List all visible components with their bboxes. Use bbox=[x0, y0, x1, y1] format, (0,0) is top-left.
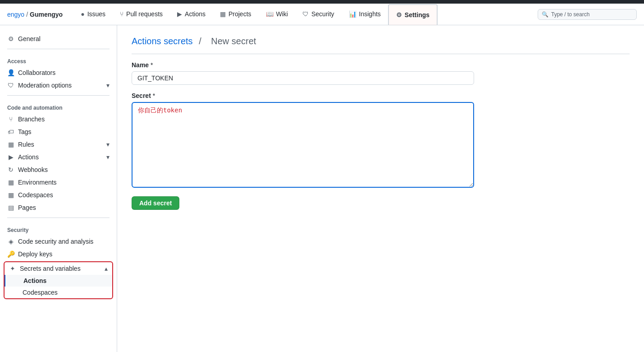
insights-icon: 📊 bbox=[349, 10, 356, 18]
sidebar-item-environments[interactable]: ▦ Environments bbox=[0, 176, 117, 189]
actions-chevron-down-icon: ▾ bbox=[106, 153, 110, 161]
main-content: Actions secrets / New secret Name * Secr… bbox=[117, 25, 644, 352]
sidebar-item-general[interactable]: ⚙ General bbox=[0, 32, 117, 45]
sidebar-actions-sub-label: Actions bbox=[23, 277, 46, 284]
sidebar-item-codespaces[interactable]: ▦ Codespaces bbox=[0, 189, 117, 201]
actions-nav-icon: ▶ bbox=[177, 10, 182, 18]
projects-icon: ▦ bbox=[220, 10, 226, 18]
environments-icon: ▦ bbox=[7, 179, 14, 186]
tab-actions[interactable]: ▶ Actions bbox=[170, 4, 213, 25]
secrets-icon: ✦ bbox=[9, 265, 16, 272]
codespaces-icon: ▦ bbox=[7, 191, 14, 199]
sidebar-environments-label: Environments bbox=[18, 179, 57, 186]
breadcrumb-separator: / bbox=[26, 11, 28, 18]
header-nav: engyo / Gumengyo ● Issues ⑂ Pull request… bbox=[0, 4, 644, 25]
moderation-icon: 🛡 bbox=[7, 82, 14, 89]
sidebar-divider-3 bbox=[7, 218, 110, 218]
gear-nav-icon: ⚙ bbox=[396, 11, 402, 19]
sidebar-moderation-label: Moderation options bbox=[18, 82, 72, 89]
sidebar-deploy-keys-label: Deploy keys bbox=[18, 250, 52, 258]
sidebar-item-collaborators[interactable]: 👤 Collaborators bbox=[0, 66, 117, 79]
breadcrumb-org[interactable]: engyo bbox=[7, 11, 24, 18]
search-icon: 🔍 bbox=[542, 11, 548, 18]
tab-issues[interactable]: ● Issues bbox=[73, 4, 113, 25]
sidebar-item-rules[interactable]: ▦ Rules ▾ bbox=[0, 138, 117, 151]
sidebar-item-tags[interactable]: 🏷 Tags bbox=[0, 125, 117, 138]
sidebar-security-section: Security bbox=[0, 222, 117, 235]
pr-icon: ⑂ bbox=[120, 10, 123, 18]
secret-form-group: Secret * bbox=[132, 92, 630, 189]
search-box[interactable]: 🔍 Type / to search bbox=[538, 9, 637, 20]
sidebar-actions-label: Actions bbox=[18, 153, 39, 161]
tab-security[interactable]: 🛡 Security bbox=[295, 4, 342, 25]
tab-settings-label: Settings bbox=[405, 11, 429, 19]
sidebar-access-section: Access bbox=[0, 53, 117, 66]
tab-pr-label: Pull requests bbox=[126, 10, 163, 18]
name-input[interactable] bbox=[132, 71, 474, 85]
sidebar-item-deploy-keys[interactable]: 🔑 Deploy keys bbox=[0, 248, 117, 260]
sidebar-item-secrets[interactable]: ✦ Secrets and variables ▴ bbox=[5, 262, 112, 275]
sidebar-rules-label: Rules bbox=[18, 141, 34, 148]
name-label: Name * bbox=[132, 61, 630, 69]
sidebar-tags-label: Tags bbox=[18, 128, 32, 135]
tab-actions-label: Actions bbox=[185, 10, 206, 18]
tab-insights[interactable]: 📊 Insights bbox=[342, 4, 388, 25]
sidebar-secrets-label: Secrets and variables bbox=[20, 265, 81, 272]
secret-required: * bbox=[153, 92, 155, 99]
sidebar: ⚙ General Access 👤 Collaborators 🛡 Moder… bbox=[0, 25, 117, 352]
sidebar-item-pages[interactable]: ▤ Pages bbox=[0, 201, 117, 214]
tab-settings[interactable]: ⚙ Settings bbox=[388, 4, 438, 25]
wiki-icon: 📖 bbox=[266, 10, 274, 18]
sidebar-sub-item-codespaces[interactable]: Codespaces bbox=[5, 287, 112, 298]
sidebar-item-branches[interactable]: ⑂ Branches bbox=[0, 113, 117, 125]
tab-wiki[interactable]: 📖 Wiki bbox=[259, 4, 295, 25]
rules-icon: ▦ bbox=[7, 141, 14, 148]
sidebar-code-security-label: Code security and analysis bbox=[18, 238, 93, 245]
actions-sidebar-icon: ▶ bbox=[7, 153, 14, 161]
name-required: * bbox=[151, 61, 153, 69]
secrets-container: ✦ Secrets and variables ▴ Actions Codesp… bbox=[4, 261, 113, 299]
breadcrumb-actions-link[interactable]: Actions secrets bbox=[132, 36, 193, 46]
secret-label: Secret * bbox=[132, 92, 630, 99]
sidebar-item-actions[interactable]: ▶ Actions ▾ bbox=[0, 151, 117, 163]
breadcrumb-main-separator: / bbox=[199, 36, 204, 46]
sidebar-webhooks-label: Webhooks bbox=[18, 166, 48, 173]
tab-security-label: Security bbox=[311, 10, 334, 18]
name-form-group: Name * bbox=[132, 61, 630, 85]
breadcrumb-repo: Gumengyo bbox=[30, 11, 63, 18]
add-secret-button[interactable]: Add secret bbox=[132, 196, 179, 210]
breadcrumb: engyo / Gumengyo bbox=[7, 11, 63, 18]
tab-wiki-label: Wiki bbox=[276, 10, 288, 18]
sidebar-branches-label: Branches bbox=[18, 116, 45, 123]
deploy-keys-icon: 🔑 bbox=[7, 250, 14, 258]
tab-pull-requests[interactable]: ⑂ Pull requests bbox=[113, 4, 170, 25]
sidebar-item-webhooks[interactable]: ↻ Webhooks bbox=[0, 163, 117, 176]
sidebar-codespaces-sub-label: Codespaces bbox=[23, 289, 58, 296]
tab-projects[interactable]: ▦ Projects bbox=[213, 4, 259, 25]
gear-icon: ⚙ bbox=[7, 35, 14, 42]
people-icon: 👤 bbox=[7, 69, 14, 76]
secret-textarea[interactable] bbox=[132, 102, 474, 188]
tab-issues-label: Issues bbox=[87, 10, 105, 18]
sidebar-pages-label: Pages bbox=[18, 204, 36, 211]
breadcrumb-current-page: New secret bbox=[211, 36, 256, 46]
security-nav-icon: 🛡 bbox=[302, 10, 309, 18]
sidebar-divider-1 bbox=[7, 49, 110, 49]
content-divider bbox=[132, 54, 630, 54]
sidebar-divider-2 bbox=[7, 95, 110, 96]
chevron-down-icon: ▾ bbox=[106, 82, 110, 89]
branches-icon: ⑂ bbox=[7, 116, 14, 123]
sidebar-item-moderation[interactable]: 🛡 Moderation options ▾ bbox=[0, 79, 117, 92]
rules-chevron-down-icon: ▾ bbox=[106, 141, 110, 148]
code-security-icon: ◈ bbox=[7, 238, 14, 245]
sidebar-sub-item-actions[interactable]: Actions bbox=[5, 275, 112, 287]
layout: ⚙ General Access 👤 Collaborators 🛡 Moder… bbox=[0, 25, 644, 352]
sidebar-item-code-security[interactable]: ◈ Code security and analysis bbox=[0, 235, 117, 248]
sidebar-general-label: General bbox=[18, 35, 41, 42]
tab-projects-label: Projects bbox=[228, 10, 251, 18]
sidebar-code-section: Code and automation bbox=[0, 99, 117, 113]
nav-tabs: ● Issues ⑂ Pull requests ▶ Actions ▦ Pro… bbox=[73, 4, 438, 25]
tab-insights-label: Insights bbox=[359, 10, 381, 18]
tags-icon: 🏷 bbox=[7, 128, 14, 135]
page-breadcrumb: Actions secrets / New secret bbox=[132, 36, 630, 46]
